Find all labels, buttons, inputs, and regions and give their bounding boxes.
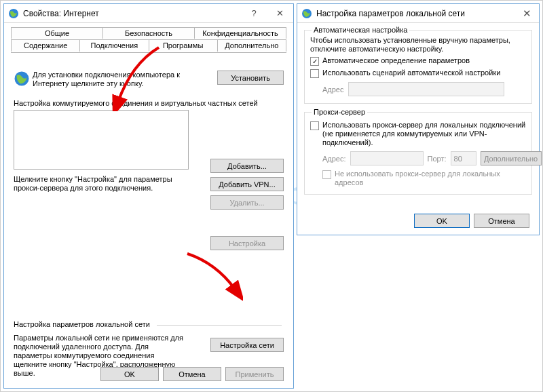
ok-button[interactable]: OK — [100, 367, 159, 381]
proxy-port-label: Порт: — [428, 155, 447, 163]
remove-button: Удалить... — [210, 195, 284, 210]
tab-programs[interactable]: Программы — [149, 39, 218, 52]
lan-section-label: Настройка параметров локальной сети — [14, 320, 150, 328]
script-address-input — [348, 82, 504, 96]
separator — [157, 325, 282, 326]
use-script-label: Использовать сценарий автоматической нас… — [322, 68, 500, 77]
install-text: Для установки подключения компьютера к И… — [33, 71, 217, 88]
help-icon[interactable]: ? — [242, 4, 266, 22]
titlebar: Свойства: Интернет ? ✕ — [4, 4, 293, 23]
use-proxy-checkbox[interactable]: Использовать прокси-сервер для локальных… — [310, 121, 526, 147]
settings-desc: Щелкните кнопку "Настройка" для параметр… — [14, 175, 189, 193]
tab-security[interactable]: Безопасность — [103, 27, 195, 39]
internet-properties-window: Свойства: Интернет ? ✕ Общие Безопасност… — [3, 3, 294, 389]
auto-detect-checkbox[interactable]: ✓ Автоматическое определение параметров — [310, 56, 526, 66]
install-button[interactable]: Установить — [217, 71, 284, 85]
proxy-legend: Прокси-сервер — [312, 108, 367, 116]
window-title: Свойства: Интернет — [23, 9, 242, 18]
tab-privacy[interactable]: Конфиденциальность — [195, 27, 286, 39]
ok-button[interactable]: OK — [414, 214, 470, 228]
dialup-label: Настройка коммутируемого соединения и ви… — [14, 99, 284, 107]
connections-listbox[interactable] — [14, 110, 189, 170]
red-arrow-icon — [182, 250, 243, 304]
tab-connections[interactable]: Подключения — [80, 39, 149, 52]
proxy-address-input — [350, 151, 424, 165]
cancel-button[interactable]: Отмена — [474, 214, 529, 228]
settings-button: Настройка — [210, 236, 284, 250]
lan-settings-window: Настройка параметров локальной сети ✕ Ав… — [297, 3, 540, 235]
use-proxy-label: Использовать прокси-сервер для локальных… — [322, 121, 526, 147]
connect-globe-icon — [14, 71, 33, 88]
auto-detect-label: Автоматическое определение параметров — [322, 56, 470, 65]
add-button[interactable]: Добавить... — [210, 159, 284, 173]
cancel-button[interactable]: Отмена — [163, 367, 221, 381]
titlebar: Настройка параметров локальной сети ✕ — [297, 4, 539, 23]
proxy-advanced-button: Дополнительно — [481, 151, 542, 165]
tabstrip: Общие Безопасность Конфиденциальность Со… — [11, 27, 286, 54]
bypass-local-label: Не использовать прокси-сервер для локаль… — [335, 170, 526, 187]
tab-content[interactable]: Содержание — [11, 39, 80, 52]
auto-description: Чтобы использовать установленные вручную… — [310, 36, 526, 54]
proxy-port-input — [451, 151, 476, 165]
script-address-label: Адрес — [322, 85, 344, 94]
globe-icon — [301, 8, 312, 19]
lan-settings-button[interactable]: Настройка сети — [210, 338, 284, 352]
tab-advanced[interactable]: Дополнительно — [218, 39, 286, 52]
apply-button: Применить — [225, 367, 284, 381]
add-vpn-button[interactable]: Добавить VPN... — [210, 177, 284, 191]
auto-legend: Автоматическая настройка — [312, 26, 409, 34]
proxy-address-label: Адрес: — [322, 155, 346, 163]
tab-general[interactable]: Общие — [11, 27, 103, 39]
use-script-checkbox[interactable]: Использовать сценарий автоматической нас… — [310, 68, 526, 78]
window-title: Настройка параметров локальной сети — [316, 9, 514, 18]
close-icon[interactable]: ✕ — [514, 4, 539, 22]
close-icon[interactable]: ✕ — [266, 4, 293, 22]
bypass-local-checkbox: Не использовать прокси-сервер для локаль… — [322, 170, 526, 187]
globe-icon — [8, 8, 19, 19]
